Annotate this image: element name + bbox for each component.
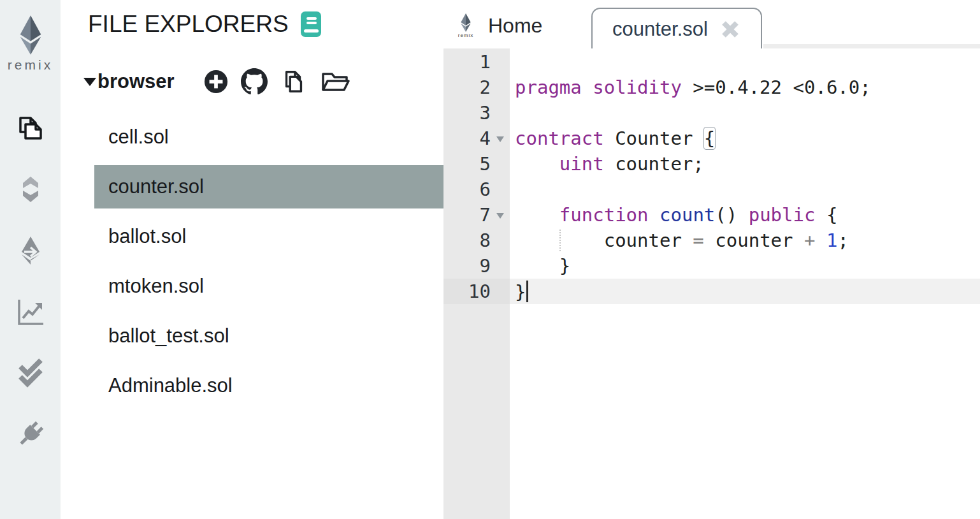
editor-pane: remix Home counter.sol 12pragma solidity…	[443, 0, 980, 519]
line-number: 8	[443, 230, 491, 251]
file-item-ballot.sol[interactable]: ballot.sol	[94, 215, 443, 258]
code-line-2[interactable]: 2pragma solidity >=0.4.22 <0.6.0;	[443, 75, 980, 100]
code-text[interactable]: }	[510, 281, 528, 303]
file-item-Adminable.sol[interactable]: Adminable.sol	[94, 364, 443, 407]
indent-guide	[559, 230, 561, 251]
tab-home-label: Home	[488, 14, 542, 38]
tab-counter-sol[interactable]: counter.sol	[591, 8, 762, 50]
file-item-ballot_test.sol[interactable]: ballot_test.sol	[94, 314, 443, 358]
file-explorer-toolbar	[204, 66, 352, 98]
ethereum-diamond-icon	[16, 14, 45, 55]
line-number: 7	[443, 204, 491, 226]
gutter-cell-3[interactable]: 3	[443, 100, 510, 126]
solidity-compiler-icon[interactable]	[15, 173, 47, 205]
file-item-mtoken.sol[interactable]: mtoken.sol	[94, 265, 443, 308]
code-line-8[interactable]: 8 counter = counter + 1;	[443, 228, 980, 253]
tab-counter-sol-label: counter.sol	[612, 18, 708, 41]
remix-mini-logo: remix	[452, 13, 479, 38]
code-line-7[interactable]: 7 function count() public {	[443, 202, 980, 228]
close-icon[interactable]	[719, 18, 741, 40]
copy-files-icon[interactable]	[280, 68, 307, 95]
code-text[interactable]: uint counter;	[510, 153, 704, 175]
gutter-cell-1[interactable]: 1	[443, 49, 510, 75]
activity-bar: remix	[0, 0, 61, 519]
github-import-icon[interactable]	[241, 68, 268, 95]
file-item-cell.sol[interactable]: cell.sol	[94, 115, 443, 159]
fold-spacer	[491, 151, 510, 177]
line-number: 4	[443, 128, 491, 149]
testing-icon[interactable]	[15, 357, 47, 389]
gutter-cell-7[interactable]: 7	[443, 202, 510, 228]
tab-home[interactable]: remix Home	[452, 5, 542, 46]
file-explorer-header: FILE EXPLORERS	[88, 10, 324, 38]
code-line-6[interactable]: 6	[443, 177, 980, 202]
code-text[interactable]: function count() public {	[510, 204, 837, 226]
remix-mini-caption: remix	[458, 33, 474, 38]
gutter-cell-9[interactable]: 9	[443, 253, 510, 279]
analysis-icon[interactable]	[15, 296, 47, 328]
file-list: cell.solcounter.solballot.solmtoken.solb…	[61, 115, 443, 414]
code-line-10[interactable]: 10}	[443, 279, 980, 304]
fold-arrow-icon[interactable]	[491, 126, 510, 151]
code-editor[interactable]: 12pragma solidity >=0.4.22 <0.6.0;34cont…	[443, 48, 980, 519]
gutter-cell-6[interactable]: 6	[443, 177, 510, 202]
file-item-counter.sol[interactable]: counter.sol	[94, 165, 443, 208]
line-number: 6	[443, 179, 491, 200]
line-number: 2	[443, 77, 491, 98]
code-line-9[interactable]: 9 }	[443, 253, 980, 279]
tab-bar: remix Home counter.sol	[443, 0, 980, 48]
gutter-cell-2[interactable]: 2	[443, 75, 510, 100]
text-cursor	[526, 281, 528, 302]
code-text[interactable]: }	[510, 255, 570, 277]
code-lines: 12pragma solidity >=0.4.22 <0.6.0;34cont…	[443, 49, 980, 304]
code-text[interactable]: contract Counter {	[510, 128, 715, 149]
remix-ide-window: remix FILE EXPLORERS browser cell.solcou…	[0, 0, 980, 519]
fold-spacer	[491, 253, 510, 279]
fold-spacer	[491, 100, 510, 126]
workspace-browser-label[interactable]: browser	[97, 70, 175, 93]
code-text[interactable]: pragma solidity >=0.4.22 <0.6.0;	[510, 77, 871, 98]
book-icon[interactable]	[299, 10, 324, 38]
fold-spacer	[491, 49, 510, 75]
fold-spacer	[491, 177, 510, 202]
fold-arrow-icon[interactable]	[491, 202, 510, 228]
remix-logo: remix	[0, 14, 61, 73]
activity-icon-list	[0, 112, 61, 450]
fold-spacer	[491, 75, 510, 100]
file-explorer-icon[interactable]	[15, 112, 47, 144]
line-number: 10	[443, 281, 491, 302]
fold-spacer	[491, 279, 510, 304]
line-number: 1	[443, 51, 491, 73]
file-explorer-panel: FILE EXPLORERS browser cell.solcounter.s…	[61, 0, 443, 519]
line-number: 3	[443, 102, 491, 124]
workspace-row: browser	[83, 66, 352, 98]
code-line-1[interactable]: 1	[443, 49, 980, 75]
code-line-4[interactable]: 4contract Counter {	[443, 126, 980, 151]
deploy-run-icon[interactable]	[15, 235, 47, 267]
remix-logo-caption: remix	[0, 57, 61, 73]
gutter-cell-10[interactable]: 10	[443, 279, 510, 304]
chevron-down-icon[interactable]	[83, 78, 96, 86]
fold-spacer	[491, 228, 510, 253]
gutter-cell-5[interactable]: 5	[443, 151, 510, 177]
ethereum-diamond-icon	[459, 13, 473, 32]
line-number: 9	[443, 255, 491, 277]
file-explorers-title: FILE EXPLORERS	[88, 11, 289, 38]
gutter-cell-4[interactable]: 4	[443, 126, 510, 151]
create-file-icon[interactable]	[204, 69, 228, 94]
code-line-3[interactable]: 3	[443, 100, 980, 126]
line-number: 5	[443, 153, 491, 175]
plugin-icon[interactable]	[15, 418, 47, 450]
code-line-5[interactable]: 5 uint counter;	[443, 151, 980, 177]
open-folder-icon[interactable]	[320, 66, 352, 98]
gutter-cell-8[interactable]: 8	[443, 228, 510, 253]
